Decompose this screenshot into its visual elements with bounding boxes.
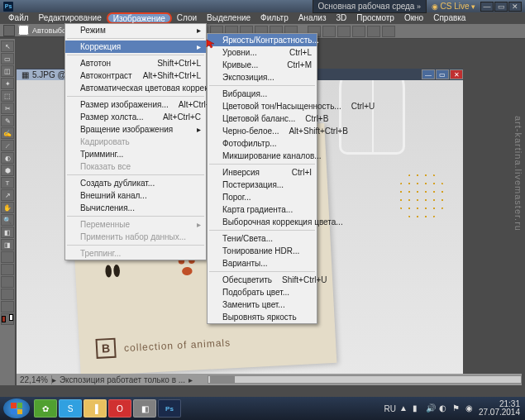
menu-3d[interactable]: 3D: [331, 12, 351, 24]
menu-item[interactable]: Черно-белое...Alt+Shift+Ctrl+B: [208, 125, 317, 137]
tool-button[interactable]: [1, 289, 14, 300]
workspace-button[interactable]: Основная рабочая среда »: [313, 0, 427, 13]
tool-button[interactable]: [1, 251, 14, 263]
menu-item[interactable]: Размер холста...Alt+Ctrl+C: [65, 111, 206, 123]
menu-item[interactable]: Заменить цвет...: [208, 298, 317, 311]
tool-button[interactable]: ◐: [1, 152, 14, 164]
cslive-button[interactable]: ◉ CS Live ▾: [432, 2, 475, 11]
tray-lang[interactable]: RU: [384, 404, 395, 413]
start-button[interactable]: [3, 399, 30, 418]
menu-item[interactable]: Карта градиента...: [208, 203, 317, 216]
menu-item[interactable]: Размер изображения...Alt+Ctrl+I: [65, 98, 206, 111]
menu-item[interactable]: Варианты...: [208, 257, 317, 270]
taskbar-opera-icon[interactable]: O: [108, 399, 131, 418]
tool-button[interactable]: ◫: [1, 65, 14, 77]
menu-слои[interactable]: Слои: [172, 12, 202, 24]
menu-выделение[interactable]: Выделение: [202, 12, 255, 24]
menu-изображение[interactable]: Изображение: [107, 12, 172, 24]
menu-item[interactable]: Режим▸: [65, 24, 206, 36]
menu-item[interactable]: Цветовой баланс...Ctrl+B: [208, 112, 317, 125]
menu-item[interactable]: Автоматическая цветовая коррекцияShift+C…: [65, 82, 206, 94]
tool-button[interactable]: ✍: [1, 127, 14, 139]
tool-button[interactable]: ✦: [1, 78, 14, 89]
menu-item[interactable]: Постеризация...: [208, 179, 317, 191]
menu-просмотр[interactable]: Просмотр: [351, 12, 399, 24]
tool-button[interactable]: ↗: [1, 189, 14, 201]
menu-item[interactable]: АвтоконтрастAlt+Shift+Ctrl+L: [65, 69, 206, 82]
tool-button[interactable]: ✋: [1, 202, 14, 213]
tray-volume-icon[interactable]: 🔊: [426, 403, 436, 413]
menu-item[interactable]: Выровнять яркость: [208, 311, 317, 323]
autoselect-checkbox[interactable]: [18, 25, 29, 36]
menu-файл[interactable]: Файл: [3, 12, 34, 24]
taskbar-app-icon[interactable]: ✿: [34, 399, 57, 418]
move-tool-icon[interactable]: [3, 25, 15, 36]
tool-button[interactable]: [1, 264, 14, 275]
menu-фильтр[interactable]: Фильтр: [255, 12, 294, 24]
horizontal-scrollbar[interactable]: [208, 375, 522, 384]
tool-button[interactable]: ▭: [1, 53, 14, 64]
tool-button[interactable]: 🔍: [1, 214, 14, 226]
tool-button[interactable]: ◧: [1, 227, 14, 238]
zoom-level[interactable]: 22,14%: [17, 375, 52, 384]
menu-item[interactable]: Микширование каналов...: [208, 150, 317, 162]
status-arrow-icon[interactable]: ▸: [189, 375, 193, 384]
menu-item[interactable]: Вибрация...: [208, 88, 317, 100]
menu-item[interactable]: АвтотонShift+Ctrl+L: [65, 57, 206, 69]
menu-item[interactable]: Вращение изображения▸: [65, 123, 206, 136]
menu-анализ[interactable]: Анализ: [294, 12, 332, 24]
menu-item[interactable]: Фотофильтр...: [208, 137, 317, 150]
menu-item[interactable]: ИнверсияCtrl+I: [208, 166, 317, 179]
menu-item[interactable]: Коррекция▸: [65, 41, 206, 53]
tool-button[interactable]: [1, 276, 14, 288]
tray-icon[interactable]: ◉: [465, 403, 475, 413]
minimize-icon[interactable]: —: [480, 2, 494, 12]
menu-item[interactable]: Выборочная коррекция цвета...: [208, 216, 317, 228]
menu-окно[interactable]: Окно: [399, 12, 428, 24]
menu-item[interactable]: Кривые...Ctrl+M: [208, 59, 317, 71]
tool-button[interactable]: ⟋: [1, 140, 14, 151]
tray-network-icon[interactable]: ▮: [413, 403, 422, 413]
tool-button[interactable]: T: [1, 177, 14, 189]
tool-button[interactable]: ✂: [1, 103, 14, 114]
tool-button[interactable]: ↖: [1, 41, 14, 52]
distribute-icon[interactable]: [367, 26, 380, 37]
menu-item[interactable]: Уровни...Ctrl+L: [208, 46, 317, 59]
menu-item[interactable]: Тени/Света...: [208, 232, 317, 245]
tool-button[interactable]: ⬢: [1, 165, 14, 176]
menu-item[interactable]: Подобрать цвет...: [208, 286, 317, 298]
tray-icon[interactable]: ⚑: [452, 403, 462, 413]
menu-справка[interactable]: Справка: [428, 12, 470, 24]
doc-close-icon[interactable]: ✕: [450, 69, 463, 79]
menu-item[interactable]: Вычисления...: [65, 202, 206, 214]
tray-icon[interactable]: ◐: [439, 403, 449, 413]
taskbar-explorer-icon[interactable]: ▐: [84, 399, 107, 418]
distribute-icon[interactable]: [337, 26, 351, 37]
tool-button[interactable]: ✎: [1, 115, 14, 126]
tool-button[interactable]: [1, 301, 14, 313]
menu-item[interactable]: Тонирование HDR...: [208, 245, 317, 257]
menu-item[interactable]: Экспозиция...: [208, 71, 317, 84]
menu-item[interactable]: Создать дубликат...: [65, 177, 206, 189]
menu-item[interactable]: Цветовой тон/Насыщенность...Ctrl+U: [208, 100, 317, 112]
menu-item[interactable]: ОбесцветитьShift+Ctrl+U: [208, 274, 317, 286]
menu-редактирование[interactable]: Редактирование: [34, 12, 107, 24]
taskbar-app-icon[interactable]: ◧: [133, 399, 156, 418]
menu-item[interactable]: Порог...: [208, 191, 317, 203]
taskbar-photoshop-icon[interactable]: Ps: [158, 399, 181, 418]
doc-maximize-icon[interactable]: ▭: [436, 69, 449, 79]
doc-minimize-icon[interactable]: —: [422, 69, 435, 79]
distribute-icon[interactable]: [322, 26, 336, 37]
menu-item[interactable]: Тримминг...: [65, 148, 206, 160]
maximize-icon[interactable]: ▭: [494, 2, 508, 12]
distribute-icon[interactable]: [352, 26, 365, 37]
clock[interactable]: 21:3127.07.2014: [479, 400, 520, 417]
distribute-icon[interactable]: [382, 26, 395, 37]
color-swatch[interactable]: [1, 313, 14, 325]
taskbar-skype-icon[interactable]: S: [59, 399, 82, 418]
tool-button[interactable]: ◨: [1, 239, 14, 251]
tool-button[interactable]: ⬚: [1, 90, 14, 102]
menu-item[interactable]: Яркость/Контрастность...: [208, 34, 317, 46]
menu-item[interactable]: Внешний канал...: [65, 189, 206, 202]
tray-flag-icon[interactable]: ▲: [399, 403, 409, 413]
